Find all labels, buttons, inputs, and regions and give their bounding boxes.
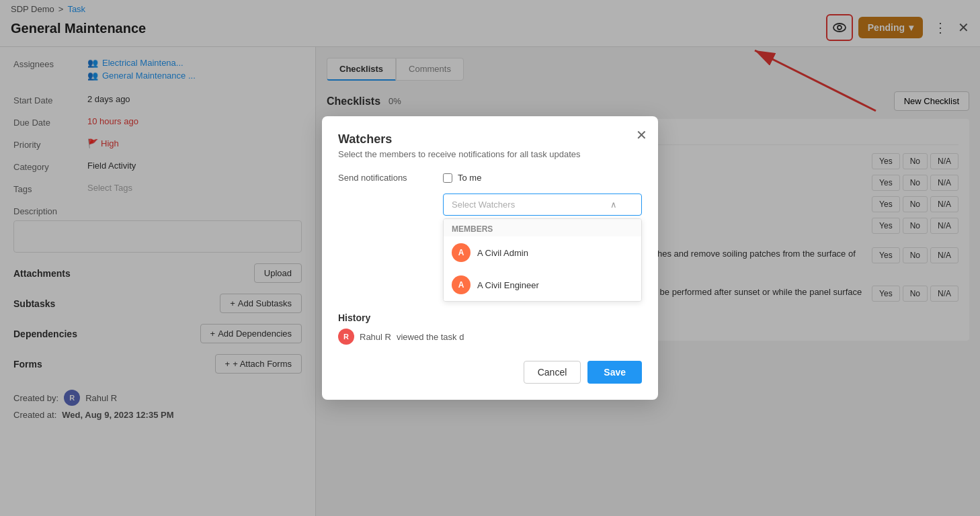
civil-engineer-avatar: A bbox=[452, 275, 471, 294]
to-me-checkbox[interactable] bbox=[443, 173, 452, 183]
history-action: viewed the task d bbox=[397, 332, 464, 342]
to-me-checkbox-row: To me bbox=[443, 173, 481, 183]
watchers-dropdown: Members A A Civil Admin A A Civil Engine… bbox=[443, 218, 642, 302]
save-button[interactable]: Save bbox=[587, 361, 642, 384]
history-avatar: R bbox=[338, 329, 354, 345]
watchers-select-wrapper: Select Watchers ∧ Members A A Civil Admi… bbox=[443, 194, 642, 302]
modal-subtitle: Select the members to receive notificati… bbox=[338, 149, 642, 159]
members-group-label: Members bbox=[444, 219, 641, 236]
to-me-label: To me bbox=[458, 173, 481, 183]
modal-overlay: Watchers Select the members to receive n… bbox=[0, 0, 980, 516]
modal-footer: Cancel Save bbox=[338, 361, 642, 384]
chevron-up-icon: ∧ bbox=[610, 200, 617, 210]
member-civil-admin[interactable]: A A Civil Admin bbox=[444, 236, 641, 269]
history-user: Rahul R bbox=[360, 332, 391, 342]
modal-close-button[interactable]: ✕ bbox=[636, 127, 647, 143]
send-notifications-row: Send notifications To me bbox=[338, 173, 642, 183]
modal-title: Watchers bbox=[338, 132, 642, 146]
select-watchers-row: Select Watchers ∧ Members A A Civil Admi… bbox=[338, 194, 642, 302]
civil-admin-avatar: A bbox=[452, 243, 471, 262]
select-watchers-placeholder: Select Watchers bbox=[452, 200, 515, 210]
send-notifications-label: Send notifications bbox=[338, 173, 432, 183]
history-label: History bbox=[338, 312, 642, 323]
civil-admin-name: A Civil Admin bbox=[477, 248, 528, 258]
watchers-modal: Watchers Select the members to receive n… bbox=[322, 116, 658, 400]
member-civil-engineer[interactable]: A A Civil Engineer bbox=[444, 269, 641, 301]
history-section: History R Rahul R viewed the task d bbox=[338, 312, 642, 345]
watchers-select[interactable]: Select Watchers ∧ bbox=[443, 194, 642, 216]
cancel-button[interactable]: Cancel bbox=[524, 361, 581, 384]
civil-engineer-name: A Civil Engineer bbox=[477, 280, 539, 290]
history-item-1: R Rahul R viewed the task d bbox=[338, 329, 642, 345]
